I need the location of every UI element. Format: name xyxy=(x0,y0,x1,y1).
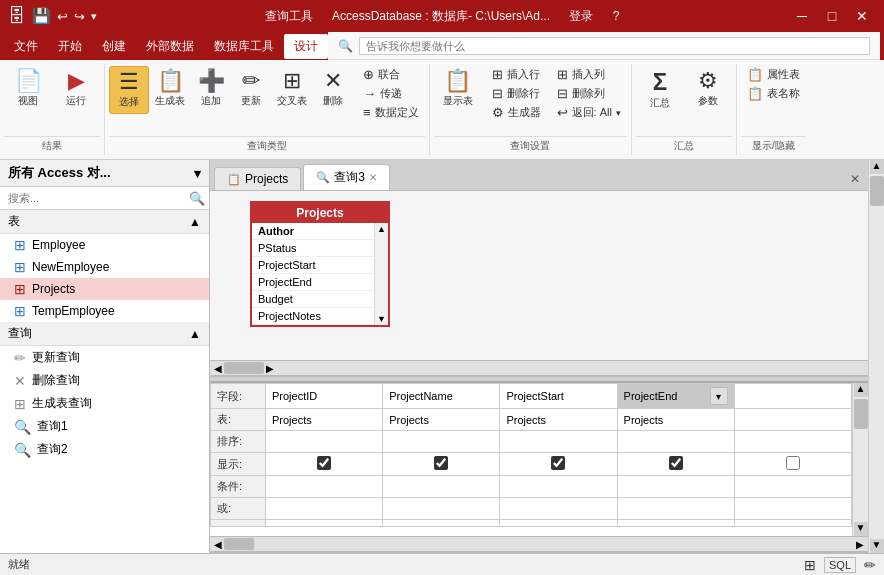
redo-icon[interactable]: ↪ xyxy=(74,9,85,24)
grid-scroll-down[interactable]: ▼ xyxy=(854,522,868,536)
grid-cell-table-empty[interactable] xyxy=(734,409,851,431)
return-button[interactable]: ↩ 返回: All ▾ xyxy=(551,104,627,121)
menu-design[interactable]: 设计 xyxy=(284,34,328,59)
delete-button[interactable]: ✕ 删除 xyxy=(313,66,353,112)
h-scroll-bar[interactable]: ◀ ▶ xyxy=(210,360,868,376)
grid-dropdown-arrow[interactable]: ▾ xyxy=(710,387,728,405)
menu-db-tools[interactable]: 数据库工具 xyxy=(204,34,284,59)
field-projectstart[interactable]: ProjectStart xyxy=(252,257,388,274)
show-checkbox-projectid[interactable] xyxy=(317,456,331,470)
ribbon-search-input[interactable] xyxy=(359,37,870,55)
grid-cell-criteria-empty[interactable] xyxy=(734,476,851,498)
insert-col-button[interactable]: ⊞ 插入列 xyxy=(551,66,627,83)
sidebar-item-update-query[interactable]: ✏ 更新查询 xyxy=(0,346,209,369)
insert-row-button[interactable]: ⊞ 插入行 xyxy=(486,66,547,83)
sidebar-item-query1[interactable]: 🔍 查询1 xyxy=(0,415,209,438)
delete-col-button[interactable]: ⊟ 删除列 xyxy=(551,85,627,102)
grid-cell-table-projectname[interactable]: Projects xyxy=(383,409,500,431)
grid-h-scroll-right[interactable]: ▶ xyxy=(854,539,866,550)
sidebar-item-newemployee[interactable]: ⊞ NewEmployee xyxy=(0,256,209,278)
grid-cell-field-empty[interactable] xyxy=(734,384,851,409)
select-button[interactable]: ☰ 选择 xyxy=(109,66,149,114)
grid-cell-or-empty[interactable] xyxy=(734,498,851,520)
grid-h-scroll-left[interactable]: ◀ xyxy=(212,539,224,550)
menu-home[interactable]: 开始 xyxy=(48,34,92,59)
show-checkbox-projectname[interactable] xyxy=(434,456,448,470)
grid-cell-sort-projectname[interactable] xyxy=(383,431,500,453)
show-checkbox-projectstart[interactable] xyxy=(551,456,565,470)
menu-create[interactable]: 创建 xyxy=(92,34,136,59)
grid-cell-sort-projectstart[interactable] xyxy=(500,431,617,453)
grid-cell-extra-3[interactable] xyxy=(500,520,617,527)
close-button[interactable]: ✕ xyxy=(848,4,876,28)
field-pstatus[interactable]: PStatus xyxy=(252,240,388,257)
menu-file[interactable]: 文件 xyxy=(4,34,48,59)
grid-scroll-thumb[interactable] xyxy=(854,399,868,429)
grid-cell-table-projectstart[interactable]: Projects xyxy=(500,409,617,431)
data-def-button[interactable]: ≡ 数据定义 xyxy=(357,104,425,121)
grid-cell-field-projectid[interactable]: ProjectID xyxy=(266,384,383,409)
sidebar-item-projects[interactable]: ⊞ Projects xyxy=(0,278,209,300)
menu-external[interactable]: 外部数据 xyxy=(136,34,204,59)
sidebar-search-input[interactable] xyxy=(4,190,189,206)
delete-row-button[interactable]: ⊟ 删除行 xyxy=(486,85,547,102)
field-author[interactable]: Author xyxy=(252,223,388,240)
tab-query3-close[interactable]: ✕ xyxy=(369,172,377,183)
grid-cell-table-projectend[interactable]: Projects xyxy=(617,409,734,431)
sidebar-nav-icon[interactable]: ▾ xyxy=(194,166,201,181)
grid-h-scroll-thumb[interactable] xyxy=(224,538,254,550)
help-label[interactable]: ? xyxy=(613,9,620,23)
h-scroll-thumb[interactable] xyxy=(224,362,264,374)
sidebar-section-tables[interactable]: 表 ▲ xyxy=(0,210,209,234)
show-table-button[interactable]: 📋 显示表 xyxy=(434,66,482,112)
update-button[interactable]: ✏ 更新 xyxy=(231,66,271,112)
scroll-down-btn[interactable]: ▼ xyxy=(376,313,387,325)
grid-cell-extra-4[interactable] xyxy=(617,520,734,527)
builder-button[interactable]: ⚙ 生成器 xyxy=(486,104,547,121)
grid-cell-criteria-projectstart[interactable] xyxy=(500,476,617,498)
toolbar-more[interactable]: ▾ xyxy=(91,10,97,23)
grid-cell-or-projectend[interactable] xyxy=(617,498,734,520)
tab-close-all[interactable]: ✕ xyxy=(846,168,864,190)
sidebar-item-query2[interactable]: 🔍 查询2 xyxy=(0,438,209,461)
grid-cell-table-projectid[interactable]: Projects xyxy=(266,409,383,431)
sidebar-item-make-table-query[interactable]: ⊞ 生成表查询 xyxy=(0,392,209,415)
minimize-button[interactable]: ─ xyxy=(788,4,816,28)
grid-cell-sort-projectid[interactable] xyxy=(266,431,383,453)
content-scroll-thumb[interactable] xyxy=(870,176,884,206)
grid-cell-field-projectstart[interactable]: ProjectStart xyxy=(500,384,617,409)
field-projectnotes[interactable]: ProjectNotes xyxy=(252,308,388,325)
h-scroll-left-btn[interactable]: ◀ xyxy=(212,363,224,374)
design-view-icon[interactable]: ✏ xyxy=(864,557,876,573)
grid-cell-or-projectid[interactable] xyxy=(266,498,383,520)
h-scroll-right-btn[interactable]: ▶ xyxy=(264,363,276,374)
property-sheet-button[interactable]: 📋 属性表 xyxy=(741,66,806,83)
grid-view-icon[interactable]: ⊞ xyxy=(804,557,816,573)
grid-cell-field-projectname[interactable]: ProjectName xyxy=(383,384,500,409)
show-checkbox-empty[interactable] xyxy=(786,456,800,470)
grid-cell-criteria-projectid[interactable] xyxy=(266,476,383,498)
restore-button[interactable]: □ xyxy=(818,4,846,28)
undo-icon[interactable]: ↩ xyxy=(57,9,68,24)
union-button[interactable]: ⊕ 联合 xyxy=(357,66,425,83)
save-icon[interactable]: 💾 xyxy=(32,7,51,25)
field-scrollbar[interactable]: ▲ ▼ xyxy=(374,223,388,325)
grid-cell-criteria-projectend[interactable] xyxy=(617,476,734,498)
params-button[interactable]: ⚙ 参数 xyxy=(684,66,732,112)
grid-h-scroll-bar[interactable]: ◀ ▶ xyxy=(210,536,868,552)
grid-cell-extra-1[interactable] xyxy=(266,520,383,527)
crosstab-button[interactable]: ⊞ 交叉表 xyxy=(271,66,313,112)
run-button[interactable]: ▶ 运行 xyxy=(52,66,100,112)
sql-view-label[interactable]: SQL xyxy=(824,557,856,573)
content-scroll-down[interactable]: ▼ xyxy=(870,539,884,553)
sidebar-item-delete-query[interactable]: ✕ 删除查询 xyxy=(0,369,209,392)
grid-cell-extra-5[interactable] xyxy=(734,520,851,527)
tab-projects[interactable]: 📋 Projects xyxy=(214,167,301,190)
append-button[interactable]: ➕ 追加 xyxy=(191,66,231,112)
tab-query3[interactable]: 🔍 查询3 ✕ xyxy=(303,164,390,190)
grid-scroll-up[interactable]: ▲ xyxy=(854,383,868,397)
return-dropdown-icon[interactable]: ▾ xyxy=(616,108,621,118)
grid-cell-or-projectstart[interactable] xyxy=(500,498,617,520)
table-names-button[interactable]: 📋 表名称 xyxy=(741,85,806,102)
view-button[interactable]: 📄 视图 xyxy=(4,66,52,112)
